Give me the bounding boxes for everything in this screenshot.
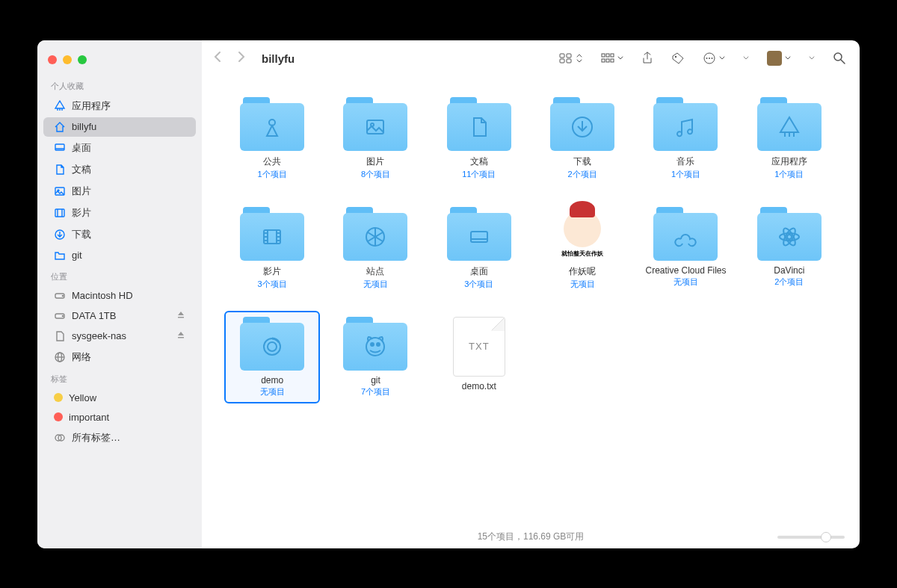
item-name: 应用程序 bbox=[771, 155, 807, 168]
dropdown-2[interactable] bbox=[806, 53, 818, 64]
disk-icon bbox=[54, 290, 66, 302]
folder-item[interactable]: git7个项目 bbox=[327, 311, 423, 403]
item-subtitle: 8个项目 bbox=[361, 169, 390, 180]
user-avatar[interactable] bbox=[764, 48, 794, 69]
sidebar-item-label: billyfu bbox=[72, 121, 96, 132]
sidebar-item-movies[interactable]: 影片 bbox=[43, 202, 196, 223]
sidebar-item-disk[interactable]: Macintosh HD bbox=[43, 286, 196, 306]
tag-button[interactable] bbox=[668, 49, 688, 68]
window-title: billyfu bbox=[262, 52, 295, 65]
minimize-button[interactable] bbox=[63, 55, 72, 64]
sidebar-item-disk[interactable]: DATA 1TB bbox=[43, 306, 196, 326]
finder-window: 个人收藏 应用程序billyfu桌面文稿图片影片下载git 位置 Macinto… bbox=[37, 40, 860, 548]
custom-item[interactable]: 就怕整天在作妖作妖呢无项目 bbox=[534, 201, 630, 296]
svg-point-55 bbox=[268, 342, 277, 351]
item-name: 桌面 bbox=[470, 265, 488, 278]
sidebar-item-label: 影片 bbox=[72, 206, 91, 220]
zoom-slider[interactable] bbox=[777, 536, 845, 539]
item-name: 公共 bbox=[263, 155, 281, 168]
eject-icon[interactable] bbox=[176, 330, 185, 341]
folder-item[interactable]: 图片8个项目 bbox=[327, 91, 423, 186]
sidebar-item-label: 网络 bbox=[72, 350, 91, 364]
folder-item[interactable]: 公共1个项目 bbox=[224, 91, 320, 186]
sidebar-item-label: Yellow bbox=[69, 392, 96, 403]
dropdown-1[interactable] bbox=[740, 53, 752, 64]
sidebar-item-label: 桌面 bbox=[72, 141, 91, 155]
sidebar-item-label: important bbox=[69, 412, 109, 423]
sidebar-item-apps[interactable]: 应用程序 bbox=[43, 96, 196, 117]
item-name: demo bbox=[261, 375, 283, 386]
sidebar-item-desktop[interactable]: 桌面 bbox=[43, 137, 196, 158]
folder-item[interactable]: 影片3个项目 bbox=[224, 201, 320, 296]
sidebar-item-pictures[interactable]: 图片 bbox=[43, 181, 196, 202]
item-name: Creative Cloud Files bbox=[645, 265, 726, 276]
folder-item[interactable]: 文稿11个项目 bbox=[431, 91, 527, 186]
folder-icon bbox=[653, 207, 718, 261]
action-button[interactable] bbox=[700, 49, 728, 68]
svg-rect-4 bbox=[55, 209, 64, 217]
sidebar-item-home[interactable]: billyfu bbox=[43, 117, 196, 137]
item-name: git bbox=[371, 375, 380, 386]
svg-rect-23 bbox=[611, 54, 614, 57]
svg-rect-21 bbox=[602, 54, 605, 57]
status-bar: 15个项目，116.69 GB可用 bbox=[202, 526, 860, 548]
folder-icon bbox=[757, 97, 822, 151]
maximize-button[interactable] bbox=[78, 55, 87, 64]
folder-item[interactable]: 桌面3个项目 bbox=[431, 201, 527, 296]
sidebar-item-document[interactable]: 文稿 bbox=[43, 159, 196, 180]
share-button[interactable] bbox=[638, 49, 656, 68]
disk-icon bbox=[54, 310, 66, 322]
nav-arrows bbox=[212, 50, 247, 66]
downloads-icon bbox=[54, 229, 66, 241]
item-name: 影片 bbox=[263, 265, 281, 278]
folder-item[interactable]: 下载2个项目 bbox=[534, 91, 630, 186]
network-icon bbox=[54, 351, 66, 363]
item-subtitle: 1个项目 bbox=[258, 169, 287, 180]
svg-rect-0 bbox=[55, 144, 64, 150]
file-icon: TXT bbox=[453, 317, 505, 377]
view-icons-button[interactable] bbox=[556, 50, 586, 66]
tags-label: 标签 bbox=[37, 371, 202, 388]
close-button[interactable] bbox=[48, 55, 57, 64]
sidebar-item-label: 下载 bbox=[72, 228, 91, 241]
pictures-icon bbox=[54, 185, 66, 197]
favorites-label: 个人收藏 bbox=[37, 78, 202, 95]
folder-icon bbox=[240, 207, 304, 261]
back-button[interactable] bbox=[212, 50, 223, 66]
svg-rect-26 bbox=[611, 59, 614, 62]
alltags-icon bbox=[54, 432, 66, 444]
sidebar-item-tag[interactable]: Yellow bbox=[43, 389, 196, 407]
eject-icon[interactable] bbox=[176, 310, 185, 321]
folder-item[interactable]: 应用程序1个项目 bbox=[742, 91, 837, 186]
folder-icon bbox=[653, 97, 718, 151]
group-button[interactable] bbox=[598, 50, 626, 66]
folder-icon bbox=[343, 317, 407, 371]
folder-item[interactable]: demo无项目 bbox=[224, 311, 320, 403]
folder-item[interactable]: DaVinci2个项目 bbox=[742, 201, 837, 296]
sidebar-item-server[interactable]: sysgeek-nas bbox=[43, 327, 196, 346]
folder-icon bbox=[54, 250, 66, 261]
custom-icon: 就怕整天在作妖 bbox=[550, 207, 614, 261]
folder-item[interactable]: Creative Cloud Files无项目 bbox=[638, 201, 733, 296]
svg-point-30 bbox=[709, 58, 710, 59]
item-name: 作妖呢 bbox=[569, 265, 596, 278]
file-item[interactable]: TXTdemo.txt bbox=[431, 311, 527, 403]
item-subtitle: 7个项目 bbox=[361, 386, 390, 397]
svg-point-29 bbox=[706, 58, 708, 59]
search-button[interactable] bbox=[830, 49, 849, 68]
apps-icon bbox=[54, 100, 66, 112]
sidebar-item-label: 文稿 bbox=[72, 163, 91, 176]
sidebar-item-downloads[interactable]: 下载 bbox=[43, 224, 196, 245]
sidebar-item-tag[interactable]: important bbox=[43, 408, 196, 427]
folder-item[interactable]: 站点无项目 bbox=[327, 201, 423, 296]
sidebar-item-alltags[interactable]: 所有标签… bbox=[43, 427, 196, 448]
home-icon bbox=[54, 121, 66, 133]
folder-icon bbox=[240, 97, 304, 151]
item-subtitle: 无项目 bbox=[260, 386, 285, 397]
sidebar-item-folder[interactable]: git bbox=[43, 246, 196, 265]
sidebar-item-network[interactable]: 网络 bbox=[43, 347, 196, 368]
svg-rect-25 bbox=[606, 59, 609, 62]
svg-rect-19 bbox=[560, 59, 564, 63]
forward-button[interactable] bbox=[236, 50, 247, 66]
folder-item[interactable]: 音乐1个项目 bbox=[638, 91, 733, 186]
